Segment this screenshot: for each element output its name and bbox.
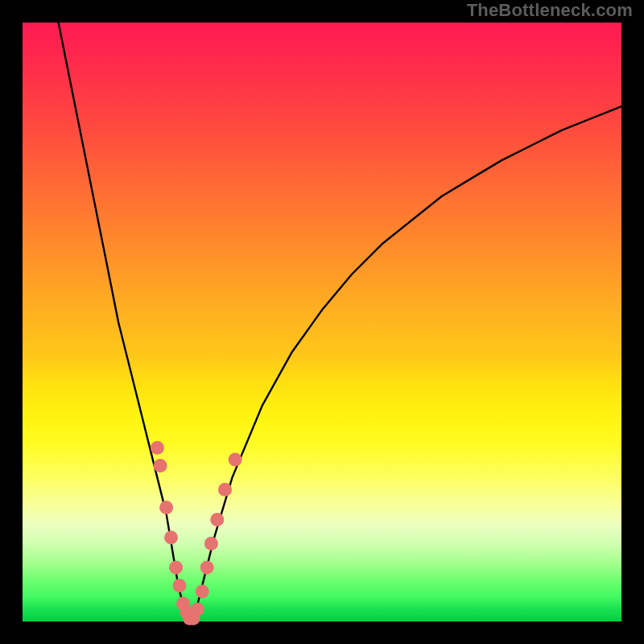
curve-marker: [159, 501, 173, 514]
curve-marker: [204, 537, 218, 551]
curve-marker: [169, 561, 183, 575]
curve-marker: [164, 530, 178, 544]
curve-marker: [200, 561, 214, 575]
bottleneck-curve: [59, 23, 621, 621]
curve-marker: [229, 453, 242, 467]
curve-markers: [151, 441, 242, 625]
curve-marker: [218, 483, 232, 497]
curve-marker: [154, 459, 167, 473]
curve-marker: [191, 603, 204, 617]
curve-marker: [210, 513, 224, 526]
curve-marker: [172, 579, 186, 592]
chart-frame: TheBottleneck.com: [0, 0, 644, 644]
chart-svg: [23, 23, 621, 621]
curve-marker: [196, 584, 209, 598]
curve-marker: [151, 441, 164, 455]
watermark-text: TheBottleneck.com: [467, 0, 633, 21]
